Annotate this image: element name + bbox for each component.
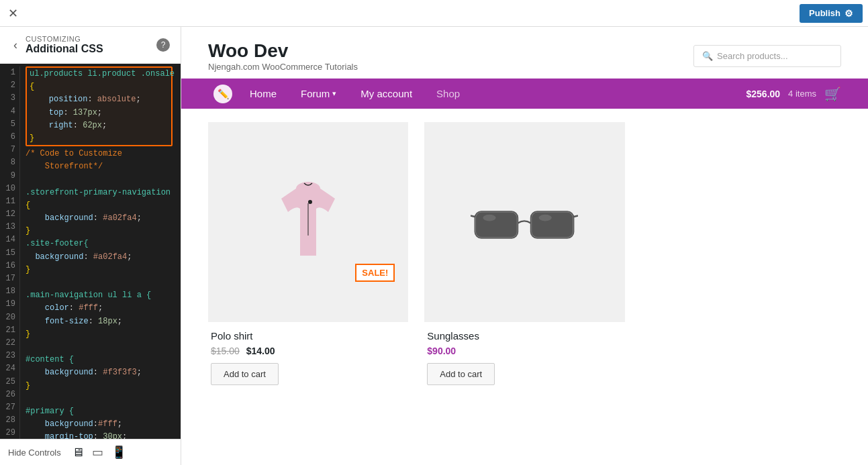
add-to-cart-polo[interactable]: Add to cart xyxy=(211,363,279,385)
sidebar-footer: Hide Controls 🖥 ▭ 📱 xyxy=(0,439,181,465)
product-info-polo: Polo shirt $15.00 $14.00 Add to cart xyxy=(208,322,408,393)
site-title: Woo Dev xyxy=(208,40,358,62)
site-title-group: Woo Dev Njengah.com WooCommerce Tutorial… xyxy=(208,40,358,72)
nav-left: Home Forum ▾ My account Shop xyxy=(238,79,472,109)
polo-shirt-image xyxy=(268,175,348,269)
main-layout: ‹ Customizing Additional CSS ? 123456 78… xyxy=(0,27,868,465)
product-name-sunglasses: Sunglasses xyxy=(427,330,622,342)
svg-rect-6 xyxy=(532,213,573,238)
svg-line-7 xyxy=(471,216,475,217)
nav-item-shop[interactable]: Shop xyxy=(424,79,472,109)
help-icon: ? xyxy=(161,40,166,50)
tablet-preview-button[interactable]: ▭ xyxy=(92,445,103,460)
product-polo-shirt: SALE! Polo shirt $15.00 $14.00 Add to ca… xyxy=(208,122,408,393)
sidebar-title-group: Customizing Additional CSS xyxy=(20,35,156,55)
product-sunglasses: Sunglasses $90.00 Add to cart xyxy=(424,122,624,393)
help-button[interactable]: ? xyxy=(156,38,170,52)
top-bar: ✕ Publish ⚙ xyxy=(0,0,868,27)
woo-preview: Woo Dev Njengah.com WooCommerce Tutorial… xyxy=(181,27,868,465)
footer-icons: 🖥 ▭ 📱 xyxy=(72,445,126,460)
nav-item-home[interactable]: Home xyxy=(238,79,289,109)
publish-button[interactable]: Publish ⚙ xyxy=(800,4,863,23)
hide-controls-label: Hide Controls xyxy=(8,448,61,458)
product-info-sunglasses: Sunglasses $90.00 Add to cart xyxy=(424,322,624,393)
svg-point-1 xyxy=(308,200,312,204)
desktop-preview-button[interactable]: 🖥 xyxy=(72,445,84,460)
sale-badge: SALE! xyxy=(355,264,395,282)
code-editor[interactable]: 123456 789101112 131415161718 1920212223… xyxy=(0,64,181,439)
mobile-preview-button[interactable]: 📱 xyxy=(111,445,126,460)
code-content: ul.products li.product .onsale { positio… xyxy=(20,66,181,439)
svg-point-9 xyxy=(483,215,496,221)
gear-icon: ⚙ xyxy=(845,8,853,19)
cart-icon[interactable]: 🛒 xyxy=(824,86,841,102)
cart-items: 4 items xyxy=(788,89,816,99)
search-placeholder: Search products... xyxy=(717,51,788,61)
svg-rect-5 xyxy=(476,213,517,238)
nav-right: $256.00 4 items 🛒 xyxy=(746,86,841,102)
sidebar: ‹ Customizing Additional CSS ? 123456 78… xyxy=(0,27,181,465)
product-price-polo: $15.00 $14.00 xyxy=(211,346,405,356)
svg-point-10 xyxy=(539,215,552,221)
publish-label: Publish xyxy=(809,8,840,18)
search-icon: 🔍 xyxy=(702,51,713,61)
search-bar[interactable]: 🔍 Search products... xyxy=(693,45,841,67)
site-tagline: Njengah.com WooCommerce Tutorials xyxy=(208,62,358,72)
sidebar-header: ‹ Customizing Additional CSS ? xyxy=(0,27,181,64)
product-image-sunglasses[interactable] xyxy=(424,122,624,322)
nav-item-forum[interactable]: Forum ▾ xyxy=(289,79,348,109)
close-button[interactable]: ✕ xyxy=(5,3,21,23)
sunglasses-image xyxy=(471,195,578,249)
line-numbers: 123456 789101112 131415161718 1920212223… xyxy=(0,66,20,439)
back-button[interactable]: ‹ xyxy=(11,36,20,55)
edit-button[interactable]: ✏️ xyxy=(213,85,232,103)
site-header: Woo Dev Njengah.com WooCommerce Tutorial… xyxy=(181,27,868,79)
main-navigation: ✏️ Home Forum ▾ My account Shop $256.00 … xyxy=(181,79,868,109)
nav-item-myaccount[interactable]: My account xyxy=(348,79,424,109)
products-grid: SALE! Polo shirt $15.00 $14.00 Add to ca… xyxy=(208,122,841,393)
section-title: Additional CSS xyxy=(26,43,156,55)
svg-line-8 xyxy=(574,216,578,217)
product-price-sunglasses: $90.00 xyxy=(427,346,622,356)
price-old-polo: $15.00 xyxy=(211,346,240,356)
preview-pane: Woo Dev Njengah.com WooCommerce Tutorial… xyxy=(181,27,868,465)
add-to-cart-sunglasses[interactable]: Add to cart xyxy=(427,363,495,385)
price-sunglasses: $90.00 xyxy=(427,346,456,356)
product-image-polo[interactable]: SALE! xyxy=(208,122,408,322)
product-name-polo: Polo shirt xyxy=(211,330,405,342)
cart-total: $256.00 xyxy=(746,89,780,99)
price-new-polo: $14.00 xyxy=(246,346,275,356)
products-section: SALE! Polo shirt $15.00 $14.00 Add to ca… xyxy=(181,109,868,407)
customizing-label: Customizing xyxy=(26,35,156,43)
